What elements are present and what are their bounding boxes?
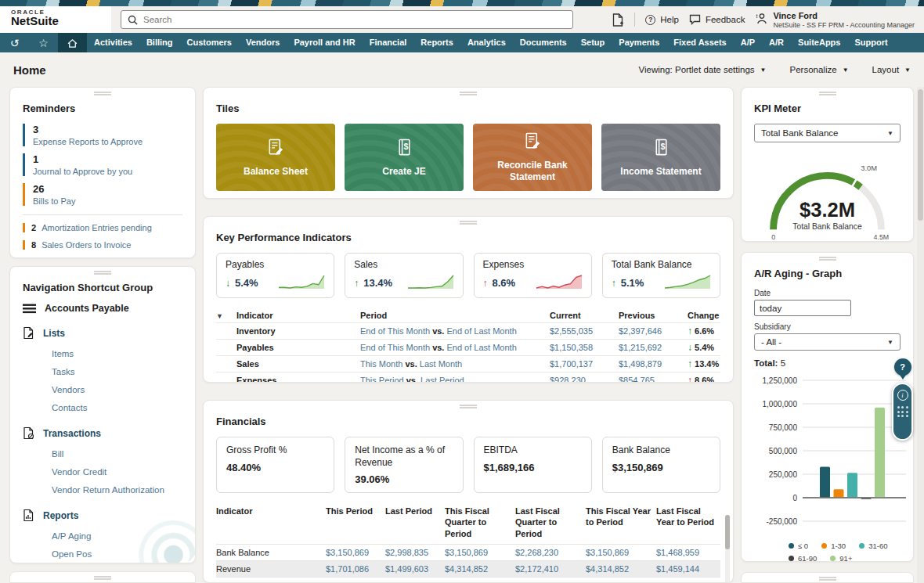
nav-item-a-p[interactable]: A/P bbox=[734, 33, 762, 52]
fin-card-ebitda[interactable]: EBITDA$1,689,166 bbox=[474, 437, 592, 493]
shortcut-section-header-reports[interactable]: Reports bbox=[23, 509, 182, 522]
tile-balance-sheet[interactable]: Balance Sheet bbox=[216, 124, 335, 191]
layout-dropdown[interactable]: Layout▼ bbox=[872, 65, 911, 74]
nav-item-activities[interactable]: Activities bbox=[87, 33, 139, 52]
kpi-card-payables[interactable]: Payables↓5.4% bbox=[216, 253, 334, 298]
fin-card-net-income-as-a-of-revenue[interactable]: Net Income as a % of Revenue39.06% bbox=[345, 437, 463, 493]
nav-item-a-r[interactable]: A/R bbox=[762, 33, 791, 52]
favorites-star-icon[interactable]: ☆ bbox=[29, 33, 58, 52]
global-search[interactable] bbox=[121, 10, 573, 29]
kpi-card-total-bank-balance[interactable]: Total Bank Balance↑5.1% bbox=[602, 253, 720, 298]
netsuite-logo[interactable]: ORACLE NetSuite bbox=[0, 6, 111, 33]
portlet-drag-handle[interactable] bbox=[819, 92, 836, 95]
nav-item-payments[interactable]: Payments bbox=[612, 33, 666, 52]
fin-value: $2,998,835 bbox=[385, 545, 445, 561]
date-input[interactable] bbox=[754, 300, 851, 316]
nav-item-billing[interactable]: Billing bbox=[139, 33, 180, 52]
arrow-down-icon: ↓ bbox=[226, 278, 230, 289]
shortcut-link-bill[interactable]: Bill bbox=[52, 445, 182, 463]
tile-create-je[interactable]: $Create JE bbox=[345, 124, 464, 191]
shortcut-link-items[interactable]: Items bbox=[52, 345, 182, 363]
portlet-drag-handle[interactable] bbox=[819, 257, 836, 261]
feedback-button[interactable]: Feedback bbox=[689, 14, 745, 25]
shortcut-section-header-transactions[interactable]: Transactions bbox=[23, 426, 182, 440]
help-pin-icon[interactable]: ? bbox=[894, 358, 911, 376]
reminder-item[interactable]: 1Journal to Approve by you bbox=[23, 153, 182, 176]
shortcut-link-tasks[interactable]: Tasks bbox=[52, 363, 182, 381]
shortcut-link-contacts[interactable]: Contacts bbox=[52, 399, 182, 417]
shortcut-link-vendors[interactable]: Vendors bbox=[52, 381, 182, 399]
personalize-dropdown[interactable]: Personalize▼ bbox=[790, 65, 849, 74]
search-input[interactable] bbox=[143, 15, 566, 24]
portlet-drag-handle[interactable] bbox=[94, 271, 111, 275]
fin-table-row[interactable]: Bank Balance$3,150,869$2,998,835$3,150,8… bbox=[216, 545, 720, 561]
kpi-meter-select[interactable]: Total Bank Balance ▼ bbox=[754, 124, 901, 142]
tile-label: Create JE bbox=[382, 166, 425, 178]
fin-col-last-fiscal-year-to-period: Last Fiscal Year to Period bbox=[656, 504, 720, 544]
fin-card-label: Net Income as a % of Revenue bbox=[355, 444, 453, 469]
create-document-icon[interactable] bbox=[612, 13, 624, 27]
nav-item-reports[interactable]: Reports bbox=[413, 33, 460, 52]
shortcut-section-transactions: TransactionsBillVendor CreditVendor Retu… bbox=[23, 426, 182, 499]
portlet-drag-handle[interactable] bbox=[460, 221, 477, 225]
nav-item-setup[interactable]: Setup bbox=[574, 33, 612, 52]
fin-col-this-fiscal-year-to-period: This Fiscal Year to Period bbox=[586, 504, 656, 544]
reminder-item[interactable]: 2Amortization Entries pending bbox=[23, 223, 182, 232]
header-divider bbox=[634, 13, 635, 27]
viewing-dropdown[interactable]: Viewing: Portlet date settings▼ bbox=[639, 65, 767, 74]
nav-item-suiteapps[interactable]: SuiteApps bbox=[791, 33, 847, 52]
portlet-drag-handle[interactable] bbox=[94, 92, 111, 95]
nav-item-vendors[interactable]: Vendors bbox=[239, 33, 287, 52]
tile-reconcile-bank-statement[interactable]: Reconcile Bank Statement bbox=[473, 124, 592, 191]
page-scrollbar[interactable] bbox=[917, 87, 924, 583]
portlet-drag-handle[interactable] bbox=[819, 577, 836, 581]
fin-card-gross-profit[interactable]: Gross Profit %48.40% bbox=[216, 437, 334, 493]
fin-table-row[interactable]: Revenue$1,701,086$1,499,603$4,314,852$2,… bbox=[216, 561, 720, 578]
nav-item-financial[interactable]: Financial bbox=[363, 33, 414, 52]
chart-legend: ≤ 01-3031-6061-9091+ bbox=[789, 542, 914, 562]
reminder-item[interactable]: 3Expense Reports to Approve bbox=[23, 124, 182, 146]
nav-item-payroll-and-hr[interactable]: Payroll and HR bbox=[287, 33, 362, 52]
shortcut-section-header-lists[interactable]: Lists bbox=[23, 326, 182, 340]
feedback-icon bbox=[689, 14, 701, 25]
table-scrollbar[interactable] bbox=[725, 515, 730, 583]
reminder-item[interactable]: 2New Vendors bbox=[23, 257, 182, 258]
kpi-card-expenses[interactable]: Expenses↑8.6% bbox=[474, 253, 592, 298]
reminder-item[interactable]: 8Sales Orders to Invoice bbox=[23, 240, 182, 250]
portlet-drag-handle[interactable] bbox=[460, 92, 477, 95]
kpi-table-row[interactable]: SalesThis Month vs. Last Month$1,700,137… bbox=[216, 356, 720, 372]
nav-item-support[interactable]: Support bbox=[847, 33, 894, 52]
nav-item-fixed-assets[interactable]: Fixed Assets bbox=[666, 33, 733, 52]
kpi-table-row[interactable]: InventoryEnd of This Month vs. End of La… bbox=[216, 323, 720, 340]
fin-card-bank-balance[interactable]: Bank Balance$3,150,869 bbox=[602, 437, 720, 493]
shortcut-link-vendor-credit[interactable]: Vendor Credit bbox=[52, 463, 182, 481]
shortcut-link-vendor-return-authorization[interactable]: Vendor Return Authorization bbox=[52, 481, 182, 499]
filter-caret-icon[interactable]: ▼ bbox=[216, 308, 236, 323]
fin-card-value: 48.40% bbox=[226, 462, 324, 473]
nav-item-documents[interactable]: Documents bbox=[513, 33, 574, 52]
tile-income-statement[interactable]: $Income Statement bbox=[601, 124, 720, 191]
guide-widget[interactable]: i bbox=[892, 383, 913, 441]
svg-text:-250,000: -250,000 bbox=[767, 517, 798, 526]
portlet-drag-handle[interactable] bbox=[94, 576, 111, 580]
nav-item-customers[interactable]: Customers bbox=[180, 33, 239, 52]
shortcut-link-open-pos[interactable]: Open Pos bbox=[52, 545, 182, 563]
home-tab[interactable] bbox=[58, 33, 87, 52]
kpi-table-row[interactable]: ExpensesThis Period vs. Last Period$928,… bbox=[216, 372, 720, 383]
kpi-card-value-row: ↓5.4% bbox=[226, 273, 325, 293]
shortcut-link-a-p-aging[interactable]: A/P Aging bbox=[52, 527, 182, 545]
svg-text:0: 0 bbox=[771, 233, 775, 241]
reminder-item[interactable]: 26Bills to Pay bbox=[23, 183, 182, 206]
nav-item-analytics[interactable]: Analytics bbox=[460, 33, 513, 52]
portlet-drag-handle[interactable] bbox=[460, 405, 477, 408]
subsidiary-select[interactable]: - All - ▼ bbox=[754, 333, 901, 351]
shortcut-group-accounts-payable[interactable]: Accounts Payable bbox=[23, 303, 182, 314]
user-menu[interactable]: Vince Ford NetSuite - SS FF PRM - Accoun… bbox=[755, 11, 915, 29]
tiles-title: Tiles bbox=[216, 103, 720, 114]
kpi-table-row[interactable]: PayablesEnd of This Month vs. End of Las… bbox=[216, 340, 720, 356]
fin-table-row[interactable]: Cost of Goods Sold$801,258$719,814$2,226… bbox=[216, 578, 720, 583]
subsidiary-selected-value: - All - bbox=[761, 337, 781, 347]
recent-history-icon[interactable]: ↺ bbox=[0, 33, 29, 52]
kpi-card-sales[interactable]: Sales↑13.4% bbox=[345, 253, 463, 298]
help-button[interactable]: ? Help bbox=[645, 15, 679, 25]
